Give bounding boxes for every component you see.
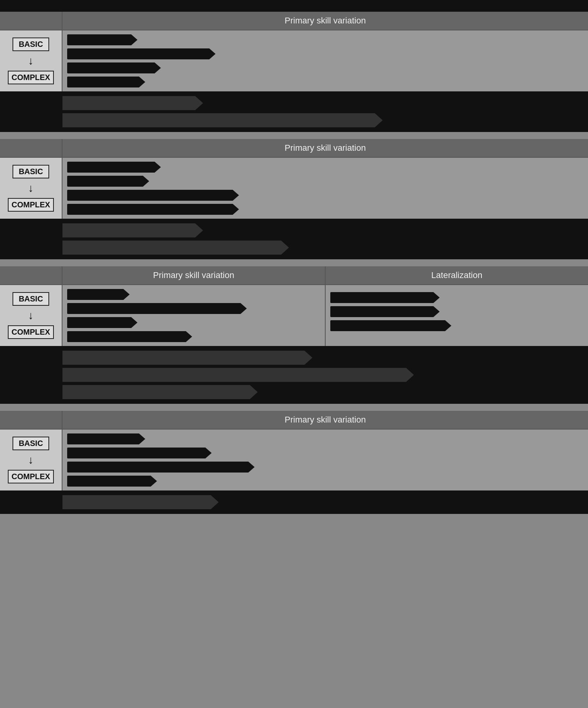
bar-row-3-1 <box>67 289 320 300</box>
bar-2-1-1 <box>67 162 161 173</box>
bar-4-1-1 <box>67 433 145 444</box>
section-4-bottom-bars <box>62 490 588 514</box>
section-2-header: Primary skill variation <box>0 139 588 158</box>
bar-row-2-3 <box>67 190 583 201</box>
section-4-left: BASIC ↓ COMPLEX <box>0 430 62 490</box>
section-3-bottom-left <box>0 346 62 404</box>
bar-row-3-4 <box>67 331 320 342</box>
complex-label-1: COMPLEX <box>8 71 54 84</box>
section-1-col-header-1: Primary skill variation <box>62 12 588 30</box>
header-empty-1 <box>0 12 62 30</box>
bar-row-2-1 <box>67 162 583 173</box>
bar-row-1-1 <box>67 34 583 45</box>
section-1-header: Primary skill variation <box>0 12 588 30</box>
section-3-body: BASIC ↓ COMPLEX <box>0 285 588 346</box>
bottom-bar-3-3 <box>62 385 258 399</box>
bar-row-4-1 <box>67 433 583 444</box>
section-3-col-header-2: Lateralization <box>326 266 588 284</box>
section-4-bottom-left <box>0 490 62 514</box>
bar-row-2-4 <box>67 204 583 215</box>
bar-row-3-3 <box>67 317 320 328</box>
section-3-bottom <box>0 346 588 404</box>
bar-3-lat-2-1 <box>330 292 440 303</box>
section-4-bottom <box>0 490 588 514</box>
section-2-right <box>62 158 588 219</box>
section-3: Primary skill variation Lateralization B… <box>0 266 588 404</box>
bar-3-4-1 <box>67 331 192 342</box>
complex-label-2: COMPLEX <box>8 198 54 212</box>
arrow-3: ↓ <box>28 310 34 321</box>
section-3-header: Primary skill variation Lateralization <box>0 266 588 285</box>
complex-label-3: COMPLEX <box>8 325 54 339</box>
section-2-bottom-bars <box>62 219 588 259</box>
basic-label-2: BASIC <box>12 165 49 178</box>
bottom-bar-2-1 <box>62 223 203 237</box>
bar-row-3-lat-2 <box>330 292 583 303</box>
bar-1-2-1 <box>67 48 216 59</box>
bar-row-4-4 <box>67 476 583 487</box>
bar-1-1-1 <box>67 34 137 45</box>
section-4-body: BASIC ↓ COMPLEX <box>0 430 588 490</box>
basic-label-1: BASIC <box>12 37 49 51</box>
section-2: Primary skill variation BASIC ↓ COMPLEX <box>0 139 588 259</box>
section-3-bottom-bars <box>62 346 588 404</box>
section-1-left: BASIC ↓ COMPLEX <box>0 30 62 91</box>
arrow-1: ↓ <box>28 55 34 66</box>
bar-4-2-1 <box>67 448 212 458</box>
bar-row-4-3 <box>67 462 583 473</box>
bar-row-3-lat-4 <box>330 320 583 331</box>
bar-4-3-1 <box>67 462 255 473</box>
section-4: Primary skill variation BASIC ↓ COMPLEX <box>0 411 588 514</box>
bar-1-4-1 <box>67 77 145 87</box>
bar-row-1-4 <box>67 77 583 87</box>
bottom-bar-2-2 <box>62 241 289 255</box>
section-1-body: BASIC ↓ COMPLEX <box>0 30 588 91</box>
bar-row-4-2 <box>67 448 583 458</box>
section-2-body: BASIC ↓ COMPLEX <box>0 158 588 219</box>
basic-label-3: BASIC <box>12 292 49 306</box>
section-1-bottom <box>0 91 588 132</box>
bar-1-3-1 <box>67 62 161 73</box>
section-1-bottom-left <box>0 91 62 132</box>
bottom-bar-3-1 <box>62 351 312 365</box>
top-bar <box>0 0 588 12</box>
section-4-col-header-1: Primary skill variation <box>62 411 588 429</box>
bottom-bar-4-1 <box>62 495 219 509</box>
section-3-skill <box>62 285 325 346</box>
arrow-4: ↓ <box>28 455 34 465</box>
section-2-col-header-1: Primary skill variation <box>62 139 588 157</box>
bottom-bar-1-1 <box>62 96 203 110</box>
header-empty-3 <box>0 266 62 284</box>
basic-label-4: BASIC <box>12 437 49 450</box>
section-2-left: BASIC ↓ COMPLEX <box>0 158 62 219</box>
bar-3-3-1 <box>67 317 137 328</box>
section-4-right <box>62 430 588 490</box>
arrow-2: ↓ <box>28 183 34 194</box>
bar-row-3-2 <box>67 303 320 314</box>
section-4-header: Primary skill variation <box>0 411 588 430</box>
bottom-bar-3-2 <box>62 368 414 382</box>
complex-label-4: COMPLEX <box>8 470 54 483</box>
bar-row-3-lat-3 <box>330 306 583 317</box>
header-empty-2 <box>0 139 62 157</box>
bar-row-2-2 <box>67 176 583 187</box>
bar-row-1-3 <box>67 62 583 73</box>
section-3-lat <box>325 285 588 346</box>
bar-2-3-1 <box>67 190 239 201</box>
bar-4-4-1 <box>67 476 157 487</box>
bar-3-lat-3-1 <box>330 306 440 317</box>
section-3-col-header-1: Primary skill variation <box>62 266 326 284</box>
bottom-bar-1-2 <box>62 113 383 127</box>
bar-3-1-1 <box>67 289 130 300</box>
section-1-right <box>62 30 588 91</box>
section-1-bottom-bars <box>62 91 588 132</box>
section-1: Primary skill variation BASIC ↓ COMPLEX <box>0 12 588 132</box>
section-3-left: BASIC ↓ COMPLEX <box>0 285 62 346</box>
header-empty-4 <box>0 411 62 429</box>
bar-3-lat-4-1 <box>330 320 451 331</box>
section-2-bottom <box>0 219 588 259</box>
bar-2-2-1 <box>67 176 149 187</box>
bar-3-2-1 <box>67 303 247 314</box>
bar-2-4-1 <box>67 204 239 215</box>
section-2-bottom-left <box>0 219 62 259</box>
